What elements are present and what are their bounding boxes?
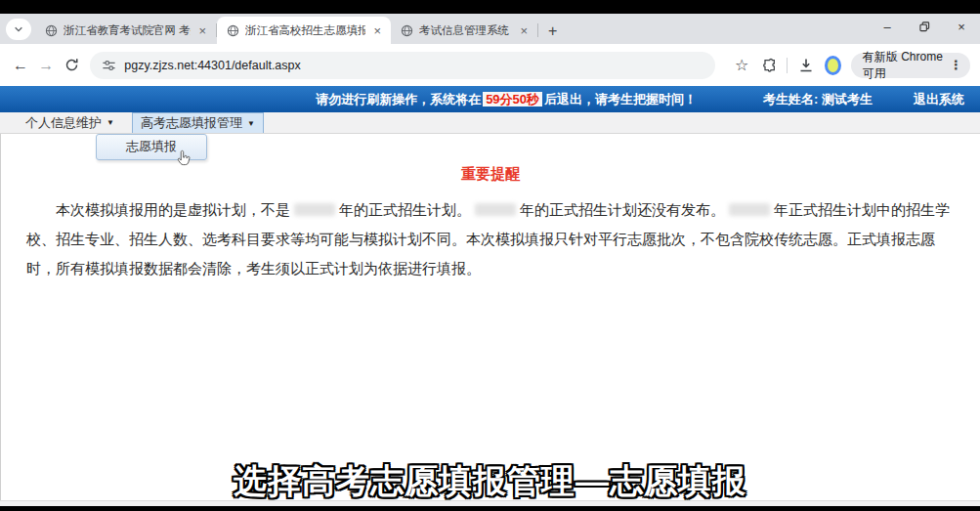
globe-icon [401, 24, 413, 37]
warning-prefix: 请勿进行刷新操作，系统将在 [316, 92, 481, 106]
address-bar[interactable]: pgzy.zjzs.net:44301/default.aspx [90, 52, 715, 79]
extensions-puzzle-icon [761, 58, 777, 73]
menu-gaokao-management[interactable]: 高考志愿填报管理 ▼ [132, 112, 264, 133]
redacted-year [475, 203, 516, 216]
globe-icon [227, 24, 239, 37]
tab-volunteer-system[interactable]: 浙江省高校招生志愿填报系统 × [217, 17, 391, 44]
chrome-update-button[interactable]: 有新版 Chrome 可用 ⋮ [851, 53, 970, 78]
reload-icon [64, 58, 79, 72]
extensions-button[interactable] [760, 55, 778, 76]
chevron-down-icon [14, 24, 23, 34]
tab-exam-info-system[interactable]: 考试信息管理系统 × [391, 17, 537, 44]
caret-down-icon: ▼ [107, 118, 114, 127]
forward-button[interactable]: → [35, 53, 57, 78]
profile-avatar[interactable] [825, 56, 841, 75]
new-tab-button[interactable]: + [538, 22, 567, 44]
minimize-button[interactable]: – [869, 14, 906, 39]
globe-icon [45, 24, 58, 37]
notice-text: 年的正式招生计划还没有发布。 [520, 201, 725, 218]
chrome-update-label: 有新版 Chrome 可用 [863, 49, 944, 82]
url-text: pgzy.zjzs.net:44301/default.aspx [124, 59, 300, 72]
toolbar-separator [787, 58, 788, 73]
dropdown-item-volunteer-fill[interactable]: 志愿填报 [96, 134, 207, 160]
menu-gaokao-management-label: 高考志愿填报管理 [141, 114, 242, 132]
restore-button[interactable] [906, 14, 943, 39]
warning-text: 请勿进行刷新操作，系统将在59分50秒后退出，请考生把握时间！ [316, 91, 697, 108]
kebab-menu-icon[interactable]: ⋮ [950, 58, 962, 72]
download-icon [798, 58, 814, 73]
dropdown-item-label: 志愿填报 [126, 139, 177, 153]
notice-text: 本次模拟填报用的是虚拟计划，不是 [56, 201, 290, 218]
screen: 浙江省教育考试院官网 考生办 × 浙江省高校招生志愿填报系统 × 考试信息管理系… [0, 0, 980, 511]
tab-title: 考试信息管理系统 [419, 23, 512, 38]
tab-close-icon[interactable]: × [518, 23, 530, 38]
tab-search-button[interactable] [6, 19, 31, 40]
back-button[interactable]: ← [10, 53, 31, 78]
letterbox-bottom [0, 506, 980, 511]
bookmark-button[interactable]: ☆ [733, 55, 750, 76]
tab-title: 浙江省高校招生志愿填报系统 [245, 23, 365, 38]
reload-button[interactable] [61, 53, 82, 78]
page-content: 志愿填报 重要提醒 本次模拟填报用的是虚拟计划，不是年的正式招生计划。年的正式招… [0, 134, 980, 500]
toolbar-right: ☆ 有新版 Chrome 可用 ⋮ [733, 53, 970, 78]
caret-down-icon: ▼ [247, 119, 255, 128]
menu-bar: 个人信息维护 ▼ 高考志愿填报管理 ▼ [0, 112, 980, 134]
notice-text: 年的正式招生计划。 [339, 201, 471, 218]
redacted-year [294, 203, 335, 216]
warning-suffix: 后退出，请考生把握时间！ [544, 92, 697, 106]
student-name: 考生姓名: 测试考生 [763, 91, 873, 108]
menu-personal-info[interactable]: 个人信息维护 ▼ [18, 112, 122, 134]
browser-toolbar: ← → pgzy.zjzs.net:44301/default.aspx ☆ 有… [0, 44, 980, 86]
notice-heading: 重要提醒 [1, 165, 980, 184]
countdown-timer: 59分50秒 [483, 92, 542, 106]
restore-icon [919, 21, 930, 32]
video-subtitle: 选择高考志愿填报管理—志愿填报 [0, 459, 980, 504]
tab-title: 浙江省教育考试院官网 考生办 [64, 23, 191, 38]
session-warning-bar: 请勿进行刷新操作，系统将在59分50秒后退出，请考生把握时间！ 考生姓名: 测试… [0, 86, 980, 112]
notice-paragraph: 本次模拟填报用的是虚拟计划，不是年的正式招生计划。年的正式招生计划还没有发布。年… [26, 195, 955, 283]
logout-button[interactable]: 退出系统 [914, 91, 964, 108]
window-controls: – × [869, 14, 980, 39]
tab-strip: 浙江省教育考试院官网 考生办 × 浙江省高校招生志愿填报系统 × 考试信息管理系… [0, 14, 980, 44]
hand-cursor-icon [176, 149, 192, 171]
tab-close-icon[interactable]: × [196, 23, 208, 38]
tab-exam-portal[interactable]: 浙江省教育考试院官网 考生办 × [35, 17, 216, 44]
redacted-year [729, 203, 770, 216]
close-window-button[interactable]: × [943, 14, 980, 39]
menu-personal-info-label: 个人信息维护 [25, 114, 102, 132]
tab-close-icon[interactable]: × [371, 23, 383, 38]
site-settings-icon [102, 59, 116, 72]
letterbox-top [0, 0, 980, 14]
downloads-button[interactable] [797, 55, 815, 76]
